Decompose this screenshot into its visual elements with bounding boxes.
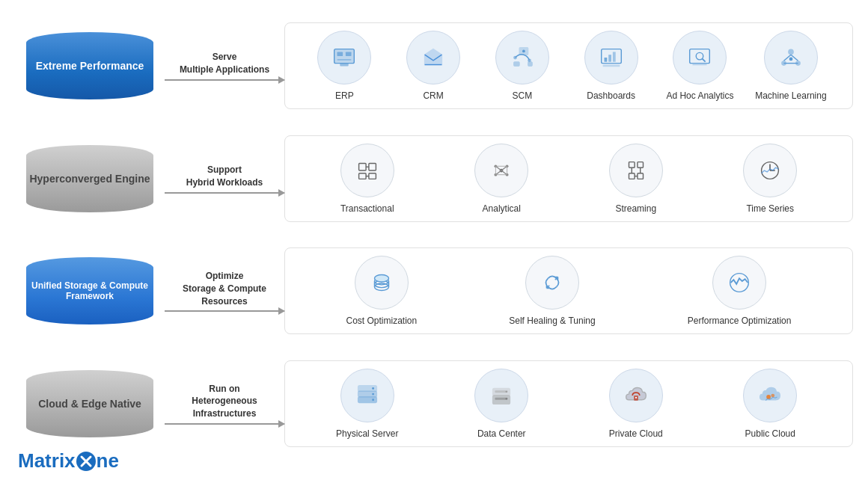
panel-item-healing: Self Healing & Tuning [509,256,595,326]
panel-item-public-cloud: Public Cloud [736,369,804,439]
crm-label: CRM [423,90,443,101]
cylinder-hyperconverged: Hyperconverged Engine [26,145,153,212]
connector-4: Run on Heterogeneous Infrastructures [165,383,284,425]
erp-label: ERP [335,90,354,101]
panel-item-streaming: Streaming [602,144,670,214]
row-hyperconverged: Hyperconverged Engine Support Hybrid Wor… [15,126,853,232]
svg-rect-15 [608,55,611,62]
svg-line-43 [501,170,507,175]
svg-rect-12 [528,62,532,67]
panel-item-transactional: Transactional [334,144,401,214]
connector-label-4: Run on Heterogeneous Infrastructures [165,383,284,420]
svg-point-78 [635,396,637,398]
erp-icon [330,43,358,72]
svg-rect-30 [369,163,376,170]
private-cloud-label: Private Cloud [609,428,663,439]
perf-icon [725,268,754,297]
arrow-line-3 [165,310,284,312]
healing-icon [538,268,566,297]
svg-rect-14 [604,58,607,62]
ml-icon-circle [764,31,818,84]
svg-rect-32 [369,173,376,179]
connector-label-2: Support Hybrid Workloads [186,164,263,189]
panel-4: Physical Server Data Center [284,360,853,447]
streaming-label: Streaming [615,203,656,214]
erp-icon-circle [317,31,371,84]
panel-item-erp: ERP [311,31,378,101]
svg-rect-2 [337,52,343,57]
svg-rect-29 [358,163,366,170]
arrow-line-4 [165,423,284,425]
scm-label: SCM [513,90,533,101]
dashboards-label: Dashboards [587,90,635,101]
svg-rect-50 [629,173,635,179]
panel-item-cost: Cost Optimization [346,256,418,326]
panel-item-dashboards: Dashboards [578,31,645,101]
ml-label: Machine Learning [755,90,826,101]
panel-item-crm: CRM [400,31,467,101]
healing-label: Self Healing & Tuning [509,316,595,326]
physical-icon [353,381,382,410]
physical-label: Physical Server [336,428,398,439]
svg-point-69 [372,393,374,395]
arrow-line-2 [165,192,284,194]
analytical-icon-circle [474,144,528,197]
physical-icon-circle [340,369,394,422]
panel-2: Transactional [284,135,853,222]
transactional-icon-circle [340,144,394,197]
svg-point-64 [730,274,749,292]
panel-item-physical: Physical Server [334,369,401,439]
healing-icon-circle [525,256,579,310]
panel-1: ERP CRM [284,22,853,109]
row-unified-storage: Unified Storage & Compute Framework Opti… [15,239,853,344]
cylinder-label-2: Hyperconverged Engine [29,173,150,185]
panel-3: Cost Optimization Self Healing & Tuning [284,247,853,334]
timeseries-icon-circle [743,144,797,197]
svg-line-20 [703,59,706,62]
svg-point-79 [767,395,771,399]
logo-text: Matrix ne [18,449,119,472]
cylinder-wrap-4: Cloud & Edge Native [15,370,165,437]
analytical-label: Analytical [483,203,521,214]
streaming-icon [622,156,650,185]
cylinder-unified: Unified Storage & Compute Framework [26,257,153,324]
arrow-line-1 [165,79,284,81]
dashboards-icon-circle [584,31,638,84]
connector-1: Serve Multiple Applications [165,51,284,81]
cylinder-extreme-performance: Extreme Performance [26,32,153,99]
streaming-icon-circle [609,144,663,197]
svg-rect-17 [602,65,620,67]
public-cloud-icon [756,381,784,410]
perf-icon-circle [712,256,766,310]
private-cloud-icon-circle [609,369,663,422]
connector-2: Support Hybrid Workloads [165,164,284,194]
dashboards-icon [597,43,626,72]
svg-rect-31 [358,173,366,179]
transactional-label: Transactional [340,203,394,214]
svg-point-80 [771,393,775,397]
svg-rect-3 [346,52,352,57]
scm-icon-circle [495,31,549,84]
svg-line-42 [496,170,502,175]
scm-icon [508,43,537,72]
svg-point-75 [506,398,507,399]
row-extreme-performance: Extreme Performance Serve Multiple Appli… [15,13,853,119]
adhoc-icon [685,43,714,72]
transactional-icon [353,156,382,185]
panel-item-perf: Performance Optimization [688,256,792,326]
cylinder-label-1: Extreme Performance [36,60,144,72]
adhoc-icon-circle [673,31,727,84]
analytical-icon [487,156,516,185]
connector-label-1: Serve Multiple Applications [180,51,269,76]
svg-rect-49 [638,161,644,167]
cylinder-label-4: Cloud & Edge Native [38,398,141,410]
svg-point-28 [789,58,793,61]
cost-icon-circle [355,256,409,310]
panel-item-timeseries: Time Series [736,144,804,214]
datacenter-icon-circle [474,369,528,422]
cylinder-wrap-2: Hyperconverged Engine [15,145,165,212]
panel-item-datacenter: Data Center [468,369,535,439]
svg-rect-4 [337,59,352,61]
svg-point-68 [372,387,374,390]
adhoc-label: Ad Hoc Analytics [666,90,733,101]
